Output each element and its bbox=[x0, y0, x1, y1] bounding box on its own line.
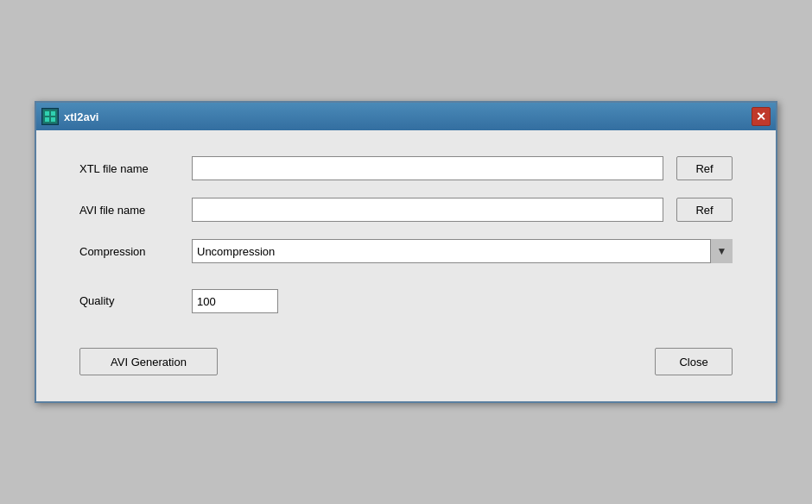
avi-input[interactable] bbox=[192, 198, 663, 222]
svg-rect-1 bbox=[45, 111, 49, 116]
avi-row: AVI file name Ref bbox=[79, 198, 733, 222]
titlebar-left: xtl2avi bbox=[41, 108, 98, 125]
quality-input[interactable] bbox=[192, 289, 278, 313]
svg-rect-3 bbox=[45, 117, 49, 122]
xtl-row: XTL file name Ref bbox=[79, 156, 733, 180]
compression-label: Compression bbox=[79, 245, 192, 258]
xtl-input[interactable] bbox=[192, 156, 663, 180]
close-button[interactable]: Close bbox=[655, 348, 733, 375]
avi-generation-button[interactable]: AVI Generation bbox=[79, 348, 218, 375]
compression-select-wrapper: Uncompression ▼ bbox=[192, 239, 733, 263]
quality-row: Quality bbox=[79, 289, 733, 313]
spacer bbox=[79, 280, 733, 289]
window-body: XTL file name Ref AVI file name Ref Comp… bbox=[36, 130, 776, 401]
compression-row: Compression Uncompression ▼ bbox=[79, 239, 733, 263]
svg-rect-4 bbox=[51, 117, 55, 122]
titlebar: xtl2avi ✕ bbox=[36, 103, 776, 130]
button-row: AVI Generation Close bbox=[79, 348, 733, 375]
xtl-ref-button[interactable]: Ref bbox=[676, 156, 733, 180]
compression-select[interactable]: Uncompression bbox=[192, 239, 733, 263]
svg-rect-2 bbox=[51, 111, 55, 116]
avi-ref-button[interactable]: Ref bbox=[676, 198, 733, 222]
window-close-button[interactable]: ✕ bbox=[752, 107, 771, 126]
avi-label: AVI file name bbox=[79, 204, 192, 217]
xtl-label: XTL file name bbox=[79, 162, 192, 175]
main-window: xtl2avi ✕ XTL file name Ref AVI file nam… bbox=[35, 101, 777, 403]
quality-label: Quality bbox=[79, 289, 192, 307]
app-icon bbox=[41, 108, 59, 125]
window-title: xtl2avi bbox=[64, 110, 98, 123]
